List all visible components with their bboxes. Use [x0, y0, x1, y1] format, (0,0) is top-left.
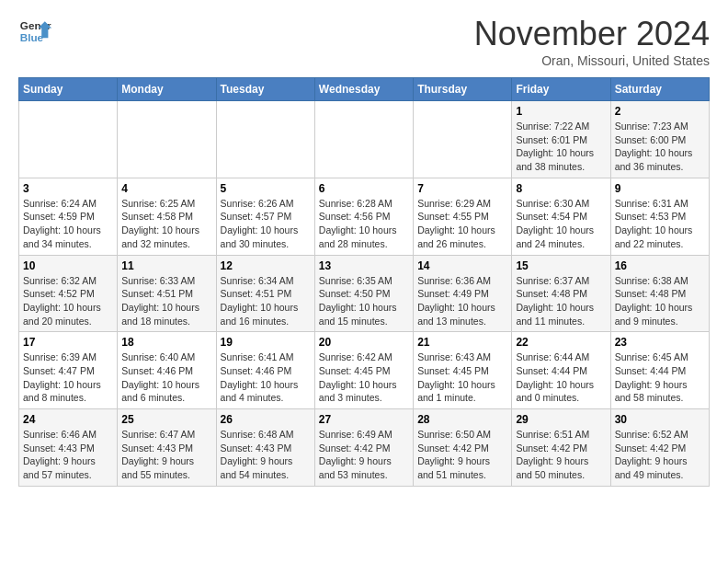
day-number: 11	[121, 259, 211, 272]
day-info: Sunrise: 7:22 AMSunset: 6:01 PMDaylight:…	[516, 120, 606, 174]
day-info: Sunrise: 6:26 AMSunset: 4:57 PMDaylight:…	[221, 197, 311, 251]
day-number: 19	[221, 336, 311, 349]
day-info: Sunrise: 6:33 AMSunset: 4:51 PMDaylight:…	[121, 274, 211, 328]
calendar-day-cell: 8Sunrise: 6:30 AMSunset: 4:54 PMDaylight…	[512, 178, 610, 255]
day-number: 14	[417, 259, 507, 272]
calendar-week-row: 1Sunrise: 7:22 AMSunset: 6:01 PMDaylight…	[19, 101, 710, 178]
calendar-week-row: 3Sunrise: 6:24 AMSunset: 4:59 PMDaylight…	[19, 178, 710, 255]
day-info: Sunrise: 6:28 AMSunset: 4:56 PMDaylight:…	[319, 197, 409, 251]
calendar-day-cell: 22Sunrise: 6:44 AMSunset: 4:44 PMDayligh…	[512, 332, 610, 409]
day-number: 23	[615, 336, 705, 349]
day-number: 8	[516, 182, 606, 195]
day-info: Sunrise: 6:35 AMSunset: 4:50 PMDaylight:…	[319, 274, 409, 328]
day-info: Sunrise: 6:40 AMSunset: 4:46 PMDaylight:…	[121, 350, 211, 405]
day-number: 13	[319, 259, 409, 272]
day-number: 17	[23, 336, 113, 349]
calendar-day-cell: 1Sunrise: 7:22 AMSunset: 6:01 PMDaylight…	[512, 101, 610, 178]
calendar-day-cell	[216, 101, 314, 178]
calendar-day-cell: 16Sunrise: 6:38 AMSunset: 4:48 PMDayligh…	[610, 255, 709, 332]
page-header: General Blue November 2024 Oran, Missour…	[18, 15, 710, 68]
day-number: 26	[221, 413, 311, 426]
day-number: 3	[23, 182, 113, 195]
day-info: Sunrise: 6:39 AMSunset: 4:47 PMDaylight:…	[23, 350, 113, 405]
day-number: 22	[516, 336, 606, 349]
weekday-header: Wednesday	[314, 78, 413, 101]
day-info: Sunrise: 6:44 AMSunset: 4:44 PMDaylight:…	[516, 350, 606, 405]
calendar-day-cell	[414, 101, 512, 178]
day-info: Sunrise: 6:43 AMSunset: 4:45 PMDaylight:…	[417, 350, 507, 405]
day-info: Sunrise: 6:31 AMSunset: 4:53 PMDaylight:…	[615, 197, 705, 251]
day-info: Sunrise: 6:37 AMSunset: 4:48 PMDaylight:…	[516, 274, 606, 328]
day-number: 27	[319, 413, 409, 426]
calendar-week-row: 17Sunrise: 6:39 AMSunset: 4:47 PMDayligh…	[19, 332, 710, 409]
calendar-day-cell: 25Sunrise: 6:47 AMSunset: 4:43 PMDayligh…	[118, 409, 216, 487]
weekday-header: Thursday	[414, 78, 512, 101]
day-number: 5	[221, 182, 311, 195]
day-number: 28	[417, 413, 507, 426]
calendar-day-cell: 5Sunrise: 6:26 AMSunset: 4:57 PMDaylight…	[216, 178, 314, 255]
calendar-day-cell: 29Sunrise: 6:51 AMSunset: 4:42 PMDayligh…	[512, 409, 610, 487]
day-number: 7	[417, 182, 507, 195]
calendar-day-cell: 21Sunrise: 6:43 AMSunset: 4:45 PMDayligh…	[414, 332, 512, 409]
day-info: Sunrise: 6:32 AMSunset: 4:52 PMDaylight:…	[23, 274, 113, 328]
day-number: 12	[221, 259, 311, 272]
calendar-day-cell: 23Sunrise: 6:45 AMSunset: 4:44 PMDayligh…	[610, 332, 709, 409]
day-info: Sunrise: 6:38 AMSunset: 4:48 PMDaylight:…	[615, 274, 705, 328]
day-number: 30	[615, 413, 705, 426]
weekday-header: Tuesday	[216, 78, 314, 101]
day-number: 4	[121, 182, 211, 195]
calendar-day-cell: 20Sunrise: 6:42 AMSunset: 4:45 PMDayligh…	[314, 332, 413, 409]
day-info: Sunrise: 6:51 AMSunset: 4:42 PMDaylight:…	[516, 428, 606, 482]
calendar-week-row: 10Sunrise: 6:32 AMSunset: 4:52 PMDayligh…	[19, 255, 710, 332]
month-title: November 2024	[474, 15, 710, 53]
day-number: 6	[319, 182, 409, 195]
day-info: Sunrise: 6:52 AMSunset: 4:42 PMDaylight:…	[615, 428, 705, 482]
weekday-header: Monday	[118, 78, 216, 101]
calendar-day-cell: 26Sunrise: 6:48 AMSunset: 4:43 PMDayligh…	[216, 409, 314, 487]
day-number: 16	[615, 259, 705, 272]
calendar-day-cell: 9Sunrise: 6:31 AMSunset: 4:53 PMDaylight…	[610, 178, 709, 255]
calendar-day-cell: 6Sunrise: 6:28 AMSunset: 4:56 PMDaylight…	[314, 178, 413, 255]
location-subtitle: Oran, Missouri, United States	[474, 53, 710, 68]
calendar-day-cell: 4Sunrise: 6:25 AMSunset: 4:58 PMDaylight…	[118, 178, 216, 255]
weekday-header: Sunday	[19, 78, 118, 101]
day-info: Sunrise: 7:23 AMSunset: 6:00 PMDaylight:…	[615, 120, 705, 174]
calendar-day-cell: 28Sunrise: 6:50 AMSunset: 4:42 PMDayligh…	[414, 409, 512, 487]
day-number: 18	[121, 336, 211, 349]
calendar-day-cell: 24Sunrise: 6:46 AMSunset: 4:43 PMDayligh…	[19, 409, 118, 487]
svg-text:Blue: Blue	[20, 31, 44, 43]
calendar-day-cell: 27Sunrise: 6:49 AMSunset: 4:42 PMDayligh…	[314, 409, 413, 487]
day-number: 1	[516, 105, 606, 118]
day-number: 24	[23, 413, 113, 426]
day-info: Sunrise: 6:25 AMSunset: 4:58 PMDaylight:…	[121, 197, 211, 251]
weekday-header: Friday	[512, 78, 610, 101]
calendar-day-cell: 30Sunrise: 6:52 AMSunset: 4:42 PMDayligh…	[610, 409, 709, 487]
calendar-day-cell: 13Sunrise: 6:35 AMSunset: 4:50 PMDayligh…	[314, 255, 413, 332]
calendar-day-cell: 2Sunrise: 7:23 AMSunset: 6:00 PMDaylight…	[610, 101, 709, 178]
day-number: 2	[615, 105, 705, 118]
day-info: Sunrise: 6:24 AMSunset: 4:59 PMDaylight:…	[23, 197, 113, 251]
day-number: 20	[319, 336, 409, 349]
day-info: Sunrise: 6:47 AMSunset: 4:43 PMDaylight:…	[121, 428, 211, 482]
day-number: 21	[417, 336, 507, 349]
logo-icon: General Blue	[18, 15, 51, 48]
day-number: 25	[121, 413, 211, 426]
calendar-week-row: 24Sunrise: 6:46 AMSunset: 4:43 PMDayligh…	[19, 409, 710, 487]
day-info: Sunrise: 6:29 AMSunset: 4:55 PMDaylight:…	[417, 197, 507, 251]
day-number: 10	[23, 259, 113, 272]
day-info: Sunrise: 6:45 AMSunset: 4:44 PMDaylight:…	[615, 350, 705, 405]
day-info: Sunrise: 6:41 AMSunset: 4:46 PMDaylight:…	[221, 350, 311, 405]
day-info: Sunrise: 6:36 AMSunset: 4:49 PMDaylight:…	[417, 274, 507, 328]
calendar-day-cell: 10Sunrise: 6:32 AMSunset: 4:52 PMDayligh…	[19, 255, 118, 332]
day-number: 15	[516, 259, 606, 272]
weekday-header: Saturday	[610, 78, 709, 101]
calendar-day-cell: 17Sunrise: 6:39 AMSunset: 4:47 PMDayligh…	[19, 332, 118, 409]
logo: General Blue	[18, 15, 51, 48]
day-info: Sunrise: 6:34 AMSunset: 4:51 PMDaylight:…	[221, 274, 311, 328]
calendar-day-cell	[314, 101, 413, 178]
day-info: Sunrise: 6:48 AMSunset: 4:43 PMDaylight:…	[221, 428, 311, 482]
calendar-day-cell	[19, 101, 118, 178]
day-info: Sunrise: 6:42 AMSunset: 4:45 PMDaylight:…	[319, 350, 409, 405]
calendar-day-cell: 7Sunrise: 6:29 AMSunset: 4:55 PMDaylight…	[414, 178, 512, 255]
day-info: Sunrise: 6:50 AMSunset: 4:42 PMDaylight:…	[417, 428, 507, 482]
